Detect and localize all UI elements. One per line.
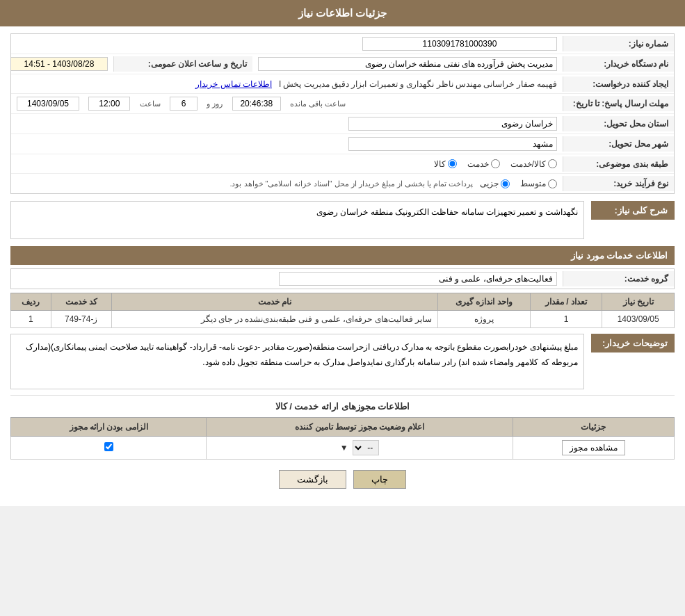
purchase-type-value: متوسط جزیی پرداخت تمام یا بخشی از مبلغ خ… xyxy=(11,176,563,191)
hour-label2: ساعت xyxy=(140,99,161,108)
date-announce-input[interactable] xyxy=(10,57,108,71)
cell-quantity: 1 xyxy=(530,311,602,328)
date-deadline-input[interactable] xyxy=(17,97,79,111)
creator-link[interactable]: اطلاعات تماس خریدار xyxy=(195,79,272,89)
service-table: تاریخ نیاز تعداد / مقدار واحد اندازه گیر… xyxy=(10,293,675,328)
cell-unit: پروژه xyxy=(438,311,531,328)
service-group-row: گروه خدمت: xyxy=(10,268,675,289)
category-kala[interactable]: کالا xyxy=(434,159,457,169)
table-row: 1403/09/05 1 پروژه سایر فعالیت‌های حرفه‌… xyxy=(11,311,675,328)
city-label: شهر محل تحویل: xyxy=(563,136,674,152)
creator-row: ایجاد کننده درخواست: فهیمه صفار خراسانی … xyxy=(11,74,674,94)
license-table: جزئیات اعلام وضعیت مجوز توسط تامین کننده… xyxy=(10,417,675,460)
need-number-input[interactable] xyxy=(362,37,557,51)
city-input[interactable] xyxy=(348,137,557,151)
service-table-header-row: تاریخ نیاز تعداد / مقدار واحد اندازه گیر… xyxy=(11,293,675,311)
license-mandatory-checkbox[interactable] xyxy=(104,442,113,451)
service-info-title: اطلاعات خدمات مورد نیاز xyxy=(10,246,675,265)
category-kala-khidmat-label: کالا/خدمت xyxy=(510,159,546,169)
buyer-notes-value: مبلغ پیشنهادی خودرابصورت مقطوع باتوجه به… xyxy=(10,334,584,389)
license-data-row: مشاهده مجوز -- ▼ xyxy=(11,437,675,460)
need-number-row: شماره نیاز: xyxy=(11,34,674,54)
description-value: نگهداشت و تعمیر تجهیزات سامانه حفاظت الک… xyxy=(10,201,584,239)
col-date: تاریخ نیاز xyxy=(602,293,675,311)
page-title: جزئیات اطلاعات نیاز xyxy=(298,7,387,19)
buyer-notes-label: توضیحات خریدار: xyxy=(591,334,675,352)
category-kala-label: کالا xyxy=(434,159,446,169)
creator-text: فهیمه صفار خراسانی مهندس ناظر نگهداری و … xyxy=(279,79,557,89)
buyer-org-value xyxy=(252,54,563,74)
city-row: شهر محل تحویل: xyxy=(11,134,674,154)
license-section-title: اطلاعات مجوزهای ارائه خدمت / کالا xyxy=(10,395,675,417)
page-header: جزئیات اطلاعات نیاز xyxy=(0,0,685,26)
province-value xyxy=(11,114,563,133)
category-value: کالا/خدمت خدمت کالا xyxy=(11,156,563,172)
purchase-note: پرداخت تمام یا بخشی از مبلغ خریدار از مح… xyxy=(229,179,473,188)
col-code: کد خدمت xyxy=(51,293,111,311)
hours-remaining-input[interactable] xyxy=(232,97,281,111)
main-content: شماره نیاز: نام دستگاه خریدار: تاریخ و س… xyxy=(0,26,685,506)
category-row: طبقه بندی موضوعی: کالا/خدمت خدمت xyxy=(11,154,674,174)
service-group-label: گروه خدمت: xyxy=(563,271,674,286)
hours-remaining-label: ساعت باقی مانده xyxy=(290,99,346,108)
time-deadline-input[interactable] xyxy=(88,97,130,111)
license-col-details: جزئیات xyxy=(513,418,674,437)
purchase-jozi-radio[interactable] xyxy=(501,179,510,188)
province-row: استان محل تحویل: xyxy=(11,114,674,134)
creator-label: ایجاد کننده درخواست: xyxy=(563,76,674,92)
category-kala-khidmat-radio[interactable] xyxy=(548,159,557,168)
view-license-button[interactable]: مشاهده مجوز xyxy=(562,440,624,455)
top-info-section: شماره نیاز: نام دستگاه خریدار: تاریخ و س… xyxy=(10,33,675,194)
cell-row: 1 xyxy=(11,311,51,328)
license-details-cell: مشاهده مجوز xyxy=(513,437,674,460)
category-khidmat-radio[interactable] xyxy=(491,159,500,168)
license-col-mandatory: الزامی بودن ارائه مجوز xyxy=(11,418,207,437)
category-khidmat-label: خدمت xyxy=(467,159,489,169)
col-unit: واحد اندازه گیری xyxy=(438,293,531,311)
service-group-value xyxy=(11,269,563,289)
col-name: نام خدمت xyxy=(111,293,438,311)
purchase-jozi-label: جزیی xyxy=(480,179,499,188)
cell-date: 1403/09/05 xyxy=(602,311,675,328)
city-value xyxy=(11,134,563,154)
purchase-mutavasset-label: متوسط xyxy=(520,179,546,188)
category-khidmat[interactable]: خدمت xyxy=(467,159,500,169)
category-kala-khidmat[interactable]: کالا/خدمت xyxy=(510,159,557,169)
license-status-cell: -- ▼ xyxy=(207,437,513,460)
date-announce-value xyxy=(9,54,113,74)
date-announce-label: تاریخ و ساعت اعلان عمومی: xyxy=(113,56,252,72)
col-row: ردیف xyxy=(11,293,51,311)
days-remaining-input[interactable] xyxy=(170,97,198,111)
category-label: طبقه بندی موضوعی: xyxy=(563,156,674,172)
buyer-notes-section: توضیحات خریدار: مبلغ پیشنهادی خودرابصورت… xyxy=(10,334,675,389)
page-container: جزئیات اطلاعات نیاز شماره نیاز: نام دستگ… xyxy=(0,0,685,506)
province-input[interactable] xyxy=(348,117,557,131)
deadline-value: ساعت باقی مانده روز و ساعت xyxy=(11,94,563,113)
buyer-org-input[interactable] xyxy=(258,57,557,71)
cell-code: ز-74-749 xyxy=(51,311,111,328)
need-number-value xyxy=(11,34,563,54)
province-label: استان محل تحویل: xyxy=(563,116,674,131)
purchase-mutavasset[interactable]: متوسط xyxy=(520,179,557,188)
col-quantity: تعداد / مقدار xyxy=(530,293,602,311)
description-section: شرح کلی نیاز: نگهداشت و تعمیر تجهیزات سا… xyxy=(10,201,675,239)
need-number-label: شماره نیاز: xyxy=(563,36,674,51)
category-kala-radio[interactable] xyxy=(448,159,457,168)
purchase-type-row: نوع فرآیند خرید: متوسط جزیی xyxy=(11,174,674,193)
purchase-jozi[interactable]: جزیی xyxy=(480,179,510,188)
buyer-org-label: نام دستگاه خریدار: xyxy=(563,56,674,72)
deadline-label: مهلت ارسال پاسخ: تا تاریخ: xyxy=(563,96,674,111)
back-button[interactable]: بازگشت xyxy=(279,470,346,489)
cell-name: سایر فعالیت‌های حرفه‌ای، علمی و فنی طبقه… xyxy=(111,311,438,328)
creator-value: فهیمه صفار خراسانی مهندس ناظر نگهداری و … xyxy=(11,76,563,92)
day-label: روز و xyxy=(207,99,223,108)
purchase-mutavasset-radio[interactable] xyxy=(548,179,557,188)
purchase-type-label: نوع فرآیند خرید: xyxy=(563,176,674,191)
print-button[interactable]: چاپ xyxy=(353,470,406,489)
deadline-row: مهلت ارسال پاسخ: تا تاریخ: ساعت باقی مان… xyxy=(11,94,674,114)
license-col-status: اعلام وضعیت مجوز توسط تامین کننده xyxy=(207,418,513,437)
license-header-row: جزئیات اعلام وضعیت مجوز توسط تامین کننده… xyxy=(11,418,675,437)
service-group-input[interactable] xyxy=(279,272,557,286)
action-buttons: چاپ بازگشت xyxy=(10,460,675,499)
license-status-select[interactable]: -- xyxy=(353,440,379,455)
